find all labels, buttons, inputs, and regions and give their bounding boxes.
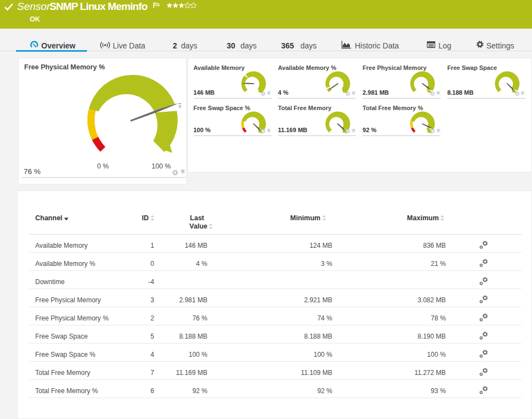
svg-text:x: x [178,104,181,110]
